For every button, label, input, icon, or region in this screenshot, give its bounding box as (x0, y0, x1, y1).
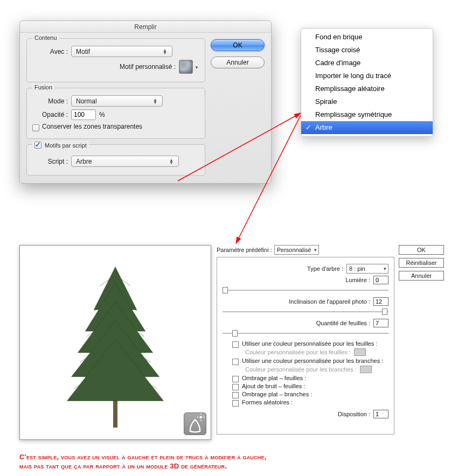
label-opacite: Opacité : (32, 111, 71, 118)
caption-line2: mais pas tant que ça par rapport à un un… (19, 462, 227, 470)
tree-preview (19, 245, 211, 440)
check-leaf-color[interactable] (232, 341, 239, 348)
select-avec[interactable]: Motif (71, 46, 172, 57)
menu-item[interactable]: Tissage croisé (301, 44, 433, 57)
opacite-unit: % (99, 111, 105, 118)
legend-scripts-text: Motifs par script (45, 142, 87, 149)
feuilles-input[interactable] (373, 319, 388, 327)
type-select[interactable]: 8 : pin (346, 264, 388, 274)
svg-point-18 (199, 416, 202, 418)
check-formes[interactable] (232, 400, 239, 407)
script-popup-menu[interactable]: Fond en brique Tissage croisé Cadre d'im… (301, 28, 433, 137)
fieldset-contenu: Contenu Avec : Motif Motif personnalisé … (26, 38, 205, 82)
label-branch-color-swatch: Couleur personnalisée pour les branches … (245, 366, 357, 373)
lumiere-label: Lumière : (345, 277, 370, 283)
legend-fusion: Fusion (32, 84, 54, 90)
select-mode-value: Normal (76, 97, 97, 105)
feuilles-label: Quantité de feuilles : (316, 320, 370, 326)
label-leaf-color-swatch: Couleur personnalisée pour les feuilles … (245, 349, 351, 355)
inclinaison-input[interactable] (373, 297, 388, 306)
fieldset-fusion: Fusion Mode : Normal Opacité : % Conserv… (26, 88, 205, 139)
legend-contenu: Contenu (32, 34, 59, 41)
input-opacite[interactable] (71, 109, 96, 120)
type-value: 8 : pin (349, 265, 365, 272)
label-bruit-feuilles: Ajout de bruit – feuilles : (242, 383, 305, 389)
tree-reset-button[interactable]: Réinitialiser (399, 258, 444, 268)
select-script-value: Arbre (76, 158, 92, 165)
fieldset-scripts: Motifs par script Script : Arbre (26, 144, 205, 176)
disposition-label: Disposition : (338, 411, 370, 417)
label-ombrage-branches: Ombrage plat – branches : (242, 391, 312, 397)
tree-annuler-button[interactable]: Annuler (399, 271, 444, 281)
check-conserver[interactable] (32, 124, 39, 131)
annuler-button[interactable]: Annuler (211, 57, 265, 68)
ok-button[interactable]: OK (211, 39, 265, 51)
feuilles-slider[interactable] (223, 330, 388, 337)
caption-line1: C'est simple, vous avez un visuel à gauc… (19, 453, 266, 461)
label-ombrage-feuilles: Ombrage plat – feuilles : (242, 375, 306, 381)
tree-settings-panel: Paramètre prédéfini : Personnalisé Type … (217, 245, 394, 435)
label-branch-color: Utiliser une couleur personnalisée pour … (242, 358, 383, 364)
label-motif-personnalise: Motif personnalisé : (120, 63, 176, 71)
menu-item[interactable]: Cadre d'image (301, 57, 433, 69)
select-avec-value: Motif (76, 48, 90, 55)
preset-label: Paramètre prédéfini : (217, 247, 272, 253)
tree-dialog: Paramètre prédéfini : Personnalisé Type … (19, 245, 445, 440)
pattern-swatch[interactable] (179, 60, 193, 74)
preset-value: Personnalisé (277, 247, 311, 253)
disposition-input[interactable] (373, 410, 388, 418)
check-scripts[interactable] (34, 142, 41, 149)
label-formes: Formes aléatoires : (242, 399, 293, 405)
legend-scripts: Motifs par script (32, 141, 89, 149)
lumiere-input[interactable] (373, 276, 388, 284)
pattern-dropdown-icon[interactable]: ▼ (194, 63, 199, 71)
label-leaf-color: Utiliser une couleur personnalisée pour … (242, 340, 377, 347)
select-script[interactable]: Arbre (71, 156, 179, 167)
menu-item[interactable]: Spirale (301, 95, 433, 108)
caption-text: C'est simple, vous avez un visuel à gauc… (19, 452, 445, 471)
menu-item[interactable]: Fond en brique (301, 31, 433, 44)
type-label: Type d'arbre : (307, 265, 343, 272)
check-ombrage-feuilles[interactable] (232, 376, 239, 382)
check-branch-color[interactable] (232, 359, 239, 365)
select-mode[interactable]: Normal (71, 95, 163, 107)
fill-dialog: Remplir Contenu Avec : Motif Motif perso… (19, 20, 272, 184)
label-mode: Mode : (32, 97, 71, 105)
label-conserver: Conserver les zones transparentes (42, 123, 142, 130)
light-button[interactable] (184, 412, 206, 435)
inclinaison-slider[interactable] (223, 308, 388, 316)
lumiere-slider[interactable] (223, 286, 388, 294)
leaf-color-swatch[interactable] (354, 348, 366, 356)
label-avec: Avec : (32, 48, 71, 55)
menu-item[interactable]: Importer le long du tracé (301, 69, 433, 82)
label-script: Script : (32, 158, 71, 165)
spotlight-icon (184, 413, 206, 435)
menu-item[interactable]: Remplissage symétrique (301, 108, 433, 121)
check-ombrage-branches[interactable] (232, 392, 239, 398)
dialog-title: Remplir (20, 21, 271, 33)
tree-ok-button[interactable]: OK (399, 245, 444, 255)
inclinaison-label: Inclinaison de l'appareil photo : (289, 298, 370, 305)
menu-item[interactable]: Remplissage aléatoire (301, 82, 433, 95)
check-bruit-feuilles[interactable] (232, 384, 239, 390)
branch-color-swatch[interactable] (360, 366, 372, 373)
preset-select[interactable]: Personnalisé (274, 245, 320, 255)
tree-dialog-buttons: OK Réinitialiser Annuler (399, 245, 445, 284)
menu-item-selected[interactable]: Arbre (301, 121, 433, 134)
